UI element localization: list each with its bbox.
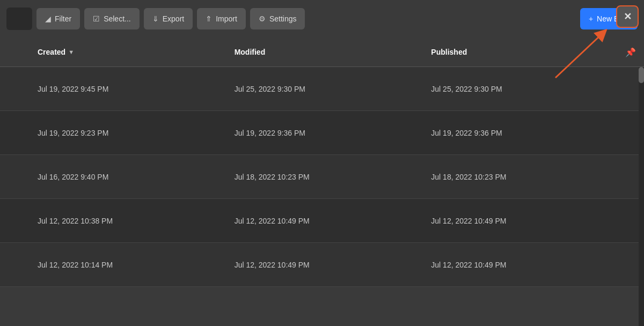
sort-arrow-icon: ▼ [68, 49, 74, 55]
table-row[interactable]: Jul 12, 2022 10:14 PM Jul 12, 2022 10:49… [0, 243, 644, 287]
cell-created: Jul 19, 2022 9:45 PM [27, 85, 224, 93]
cell-published: Jul 25, 2022 9:30 PM [420, 85, 617, 93]
pin-icon: 📌 [625, 47, 636, 57]
cell-modified: Jul 25, 2022 9:30 PM [224, 85, 421, 93]
cell-created: Jul 19, 2022 9:23 PM [27, 129, 224, 137]
close-button[interactable]: ✕ [616, 5, 639, 28]
sidebar-toggle[interactable] [6, 8, 32, 30]
import-label: Import [216, 14, 237, 23]
table-header: Created ▼ Modified Published 📌 [0, 38, 644, 67]
import-button[interactable]: ⇑ Import [197, 8, 246, 29]
header-modified[interactable]: Modified [224, 48, 421, 56]
data-table: Created ▼ Modified Published 📌 Jul 19, 2… [0, 38, 644, 287]
table-row[interactable]: Jul 19, 2022 9:23 PM Jul 19, 2022 9:36 P… [0, 111, 644, 155]
cell-created: Jul 12, 2022 10:14 PM [27, 261, 224, 269]
cell-published: Jul 18, 2022 10:23 PM [420, 173, 617, 181]
table-row[interactable]: Jul 19, 2022 9:45 PM Jul 25, 2022 9:30 P… [0, 67, 644, 111]
header-created[interactable]: Created ▼ [27, 48, 224, 56]
settings-button[interactable]: ⚙ Settings [250, 8, 305, 29]
scrollbar-thumb[interactable] [639, 67, 644, 83]
filter-label: Filter [55, 14, 71, 23]
filter-button[interactable]: ◢ Filter [36, 8, 80, 29]
table-row[interactable]: Jul 16, 2022 9:40 PM Jul 18, 2022 10:23 … [0, 155, 644, 199]
cell-modified: Jul 12, 2022 10:49 PM [224, 217, 421, 225]
cell-published: Jul 12, 2022 10:49 PM [420, 261, 617, 269]
filter-icon: ◢ [45, 14, 51, 23]
modified-header-label: Modified [235, 48, 266, 56]
cell-created: Jul 12, 2022 10:38 PM [27, 217, 224, 225]
export-icon: ⇓ [152, 14, 159, 23]
cell-published: Jul 12, 2022 10:49 PM [420, 217, 617, 225]
export-label: Export [163, 14, 184, 23]
import-icon: ⇑ [206, 14, 212, 23]
header-published[interactable]: Published [420, 48, 617, 56]
cell-modified: Jul 19, 2022 9:36 PM [224, 129, 421, 137]
table-row[interactable]: Jul 12, 2022 10:38 PM Jul 12, 2022 10:49… [0, 199, 644, 243]
select-icon: ☑ [93, 14, 100, 23]
select-button[interactable]: ☑ Select... [84, 8, 140, 29]
export-button[interactable]: ⇓ Export [144, 8, 193, 29]
published-header-label: Published [431, 48, 467, 56]
cell-modified: Jul 18, 2022 10:23 PM [224, 173, 421, 181]
cell-created: Jul 16, 2022 9:40 PM [27, 173, 224, 181]
cell-modified: Jul 12, 2022 10:49 PM [224, 261, 421, 269]
created-header-label: Created [38, 48, 65, 56]
settings-label: Settings [269, 14, 297, 23]
select-label: Select... [104, 14, 131, 23]
header-pin[interactable]: 📌 [617, 47, 644, 57]
toolbar: ◢ Filter ☑ Select... ⇓ Export ⇑ Import ⚙… [0, 0, 644, 38]
gear-icon: ⚙ [259, 14, 266, 23]
scrollbar-track[interactable] [639, 67, 644, 326]
plus-icon: + [589, 14, 593, 23]
cell-published: Jul 19, 2022 9:36 PM [420, 129, 617, 137]
close-icon: ✕ [624, 12, 632, 21]
